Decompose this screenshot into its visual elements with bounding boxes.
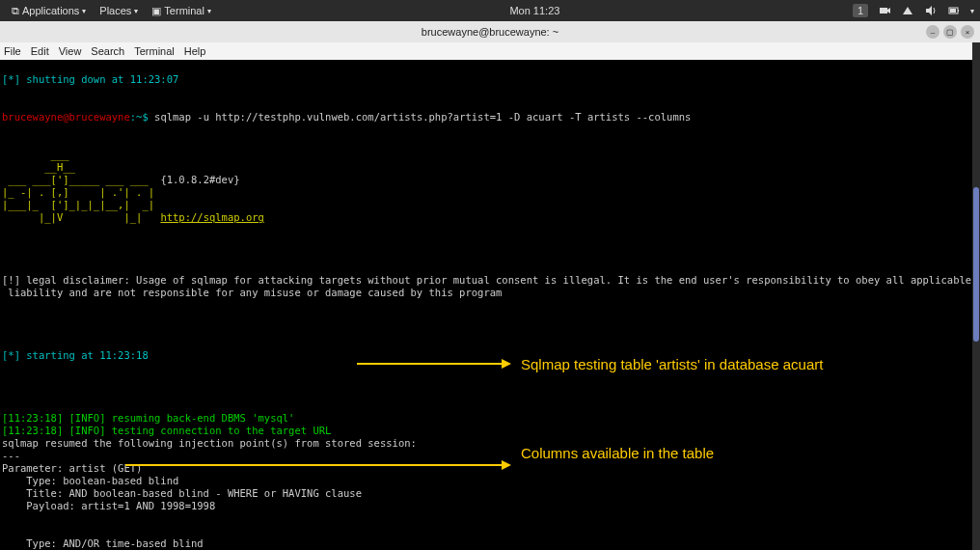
menu-edit[interactable]: Edit — [31, 45, 49, 57]
terminal-viewport[interactable]: [*] shutting down at 11:23:07 brucewayne… — [0, 60, 980, 550]
battery-icon[interactable] — [947, 4, 961, 17]
recording-icon[interactable] — [878, 4, 891, 17]
prompt-path: :~$ — [130, 111, 154, 123]
menu-search[interactable]: Search — [91, 45, 124, 57]
vertical-scrollbar[interactable] — [972, 42, 980, 550]
network-icon[interactable] — [901, 4, 914, 17]
svg-rect-5 — [950, 9, 956, 13]
annotation-text: Sqlmap testing table 'artists' in databa… — [521, 355, 887, 374]
annotation-text: Columns available in the table — [521, 444, 772, 463]
output-line: Parameter: artist (GET) — [2, 462, 142, 474]
info-line: [11:23:18] [INFO] testing connection to … — [2, 425, 331, 436]
scrollbar-thumb[interactable] — [973, 187, 979, 342]
menu-view[interactable]: View — [59, 45, 82, 57]
output-line: [*] shutting down at 11:23:07 — [2, 73, 178, 85]
command-text: sqlmap -u http://testphp.vulnweb.com/art… — [154, 111, 691, 123]
apps-icon: ⧉ — [12, 5, 19, 17]
menu-help[interactable]: Help — [184, 45, 206, 57]
sqlmap-link[interactable]: http://sqlmap.org — [160, 211, 263, 223]
terminal-menubar: File Edit View Search Terminal Help — [0, 42, 980, 60]
info-value: 'mysql' — [252, 412, 294, 424]
output-line: sqlmap resumed the following injection p… — [2, 437, 417, 449]
version-text: {1.0.8.2#dev} — [160, 174, 239, 185]
places-menu[interactable]: Places ▾ — [94, 5, 144, 17]
annotation-arrow — [357, 357, 511, 371]
svg-rect-4 — [958, 10, 959, 12]
disclaimer: liability and are not responsible for an… — [2, 287, 502, 298]
clock[interactable]: Mon 11:23 — [217, 5, 853, 16]
volume-icon[interactable] — [924, 4, 938, 17]
menu-terminal[interactable]: Terminal — [134, 45, 175, 57]
prompt-user: brucewayne@brucewayne — [2, 111, 130, 123]
minimize-button[interactable]: – — [926, 25, 939, 39]
output-line: Type: boolean-based blind — [2, 475, 178, 486]
applications-menu[interactable]: ⧉Applications ▾ — [6, 5, 92, 17]
output-line: Title: AND boolean-based blind - WHERE o… — [2, 487, 362, 499]
terminal-icon: ▣ — [151, 5, 161, 17]
svg-rect-0 — [880, 8, 887, 14]
svg-marker-2 — [926, 6, 932, 15]
sqlmap-banner: ___ __H__ ___ ___[']_____ ___ ___ — [2, 149, 160, 185]
system-menu[interactable]: ▾ — [970, 7, 974, 15]
annotation-arrow — [125, 458, 511, 472]
output-line: Type: AND/OR time-based blind — [2, 537, 204, 549]
disclaimer: [!] legal disclaimer: Usage of sqlmap fo… — [2, 274, 980, 286]
close-button[interactable]: × — [961, 25, 974, 39]
desktop-top-panel: ⧉Applications ▾ Places ▾ ▣Terminal ▾ Mon… — [0, 0, 980, 21]
svg-marker-9 — [502, 460, 511, 470]
svg-marker-1 — [887, 8, 890, 14]
output-line: [*] starting at 11:23:18 — [2, 349, 149, 361]
window-title: brucewayne@brucewayne: ~ — [422, 26, 558, 38]
terminal-menu[interactable]: ▣Terminal ▾ — [146, 5, 217, 17]
separator: --- — [2, 450, 20, 461]
maximize-button[interactable]: ▢ — [943, 25, 957, 39]
menu-file[interactable]: File — [4, 45, 21, 57]
output-line: Payload: artist=1 AND 1998=1998 — [2, 500, 215, 511]
svg-marker-7 — [502, 359, 511, 369]
workspace-indicator[interactable]: 1 — [853, 4, 868, 17]
info-line: [11:23:18] [INFO] resuming back-end DBMS — [2, 412, 252, 424]
window-titlebar[interactable]: brucewayne@brucewayne: ~ – ▢ × — [0, 21, 980, 42]
